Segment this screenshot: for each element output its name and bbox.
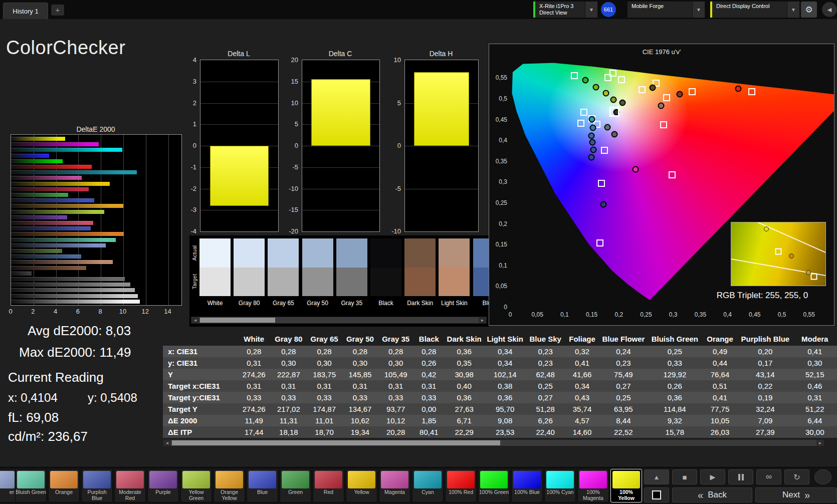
toolbar-patch-100-red[interactable]: 100% Red [445,469,477,502]
toolbar-patch-100-blue[interactable]: 100% Blue [511,469,543,502]
continuous-measure-button[interactable]: ∞ [756,469,781,484]
target-swatch [234,268,265,296]
table-cell: 0,32 [565,346,599,357]
swatch-blue[interactable]: Blue [473,238,489,307]
scroll-left-icon[interactable]: ◄ [163,440,171,446]
measured-marker [588,133,594,139]
column-header-blue-sky: Blue Sky [526,332,564,346]
next-button[interactable]: Next » [755,487,837,502]
table-cell: 15,78 [648,426,702,438]
y-tick-label: 0,45 [490,116,507,123]
de-bar-red [11,187,89,191]
swatch-gray-65[interactable]: Gray 65 [268,238,299,307]
target-marker [660,121,667,128]
refresh-button[interactable]: ↻ [784,469,809,484]
toolbar-patch-yellow-green[interactable]: Yellow Green [180,469,212,502]
toolbar-patch-orange[interactable]: Orange [48,469,80,502]
blackout-button[interactable] [644,487,669,502]
colorchecker-app: History 1 + X-Rite i1Pro 3 Direct View ▼… [0,0,837,504]
target-marker [669,171,676,178]
table-cell: 0,34 [565,380,599,392]
tab-history-1[interactable]: History 1 [3,3,48,19]
toolbar-patch-partial[interactable]: er [0,469,17,502]
table-cell: 14,60 [565,426,599,438]
scroll-right-icon[interactable]: ► [816,440,824,446]
swatch-gray-35[interactable]: Gray 35 [336,238,367,307]
patch-label: Orange Yellow [214,489,245,501]
table-cell: 0,51 [702,380,738,392]
chevron-down-icon[interactable]: ▼ [692,2,705,18]
play-button[interactable]: ▶ [700,469,725,484]
swatch-gray-50[interactable]: Gray 50 [302,238,333,307]
toolbar-patch-purplish-blue[interactable]: Purplish Blue [81,469,113,502]
column-header-foliage: Foliage [565,332,599,346]
table-cell: 11,01 [306,415,342,426]
scroll-right-icon[interactable]: ► [479,317,486,323]
patch-color-swatch [17,471,45,488]
measured-marker [593,84,599,90]
white-point-marker [609,107,619,117]
cie-title: CIE 1976 u'v' [489,48,834,56]
extra-round-button[interactable] [814,469,831,484]
toolbar-patch-green[interactable]: Green [280,469,311,502]
meter-selector[interactable]: X-Rite i1Pro 3 Direct View ▼ [533,1,598,18]
swatch-black[interactable]: Black [370,238,401,307]
meter-label: X-Rite i1Pro 3 Direct View [535,2,585,18]
toolbar-patch-100-yellow[interactable]: 100% Yellow [610,469,642,502]
toolbar-patch-bluish-green[interactable]: Bluish Green [15,469,47,502]
toolbar-patch-cyan[interactable]: Cyan [412,469,444,502]
toolbar-patch-100-magenta[interactable]: 100% Magenta [577,469,609,502]
toolbar-patch-100-cyan[interactable]: 100% Cyan [544,469,576,502]
row-label: ΔE ITP [163,426,237,438]
gridline [200,210,278,210]
table-cell: 0,28 [271,346,306,357]
gear-icon[interactable]: ⚙ [801,2,817,18]
delta-bar [414,72,470,146]
back-button[interactable]: « Back [672,487,752,502]
toolbar-patch-blue[interactable]: Blue [247,469,278,502]
tick-label: 6 [76,308,80,315]
toolbar-patch-yellow[interactable]: Yellow [346,469,377,502]
patch-label: Green [280,489,311,495]
chevron-down-icon[interactable]: ▼ [585,2,597,18]
table-cell: 0,34 [484,357,526,369]
de-bar-green [11,193,68,197]
scrollbar-thumb[interactable] [172,440,500,445]
add-tab-button[interactable]: + [51,5,64,16]
gridline [146,135,146,305]
table-cell: 11,49 [237,415,271,426]
target-marker [748,88,755,95]
toolbar-patch-magenta[interactable]: Magenta [379,469,410,502]
table-cell: 183,75 [306,369,342,380]
target-swatch [370,268,401,296]
swatch-dark-skin[interactable]: Dark Skin [404,238,436,307]
tick-label: 12 [142,308,149,315]
cie-zoom-inset [731,222,826,286]
scroll-left-icon[interactable]: ◄ [191,317,199,323]
table-scrollbar[interactable]: ◄ ► [163,439,824,446]
toolbar-patch-moderate-red[interactable]: Moderate Red [114,469,146,502]
table-cell: 0,28 [306,346,342,357]
patch-label: 100% Red [446,489,476,495]
swatch-gray-80[interactable]: Gray 80 [234,238,265,307]
pause-button[interactable] [728,469,753,484]
toolbar-patch-100-green[interactable]: 100% Green [478,469,510,502]
display-control-selector[interactable]: Direct Display Control ▼ [710,1,800,18]
workflow-selector[interactable]: Mobile Forge ▼ [627,1,705,18]
current-x: x: 0,4104 [8,391,58,405]
chevron-down-icon[interactable]: ▼ [787,2,799,18]
toolbar-patch-orange-yellow[interactable]: Orange Yellow [214,469,245,502]
y-tick-label: 0,25 [490,199,507,206]
swatch-scrollbar[interactable]: ◄ ► [191,317,487,324]
tick-label: -10 [281,185,298,192]
toolbar-patch-red[interactable]: Red [313,469,344,502]
toolbar-patch-purple[interactable]: Purple [147,469,179,502]
stop-button[interactable]: ■ [672,469,697,484]
actual-swatch [234,238,265,268]
swatch-white[interactable]: White [199,238,231,307]
collapse-left-icon[interactable]: ◀ [822,2,837,17]
scroll-up-button[interactable]: ▲ [644,469,669,484]
swatch-light-skin[interactable]: Light Skin [439,238,470,307]
de-bar-gray-80 [11,294,138,298]
scrollbar-thumb[interactable] [200,318,275,323]
